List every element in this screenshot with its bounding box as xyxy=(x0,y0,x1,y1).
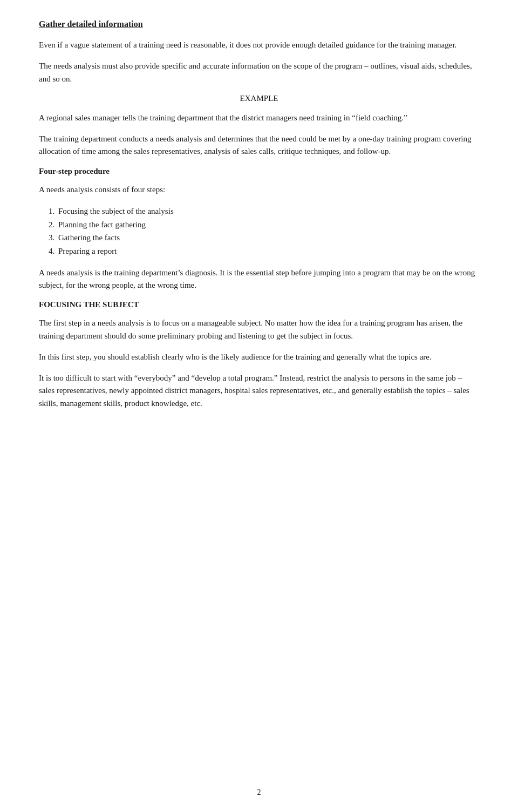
list-item-text: Planning the fact gathering xyxy=(58,220,146,229)
focusing-paragraph-3: It is too difficult to start with “every… xyxy=(39,372,479,410)
focusing-heading: FOCUSING THE SUBJECT xyxy=(39,300,479,309)
list-item-text: Gathering the facts xyxy=(58,233,120,242)
four-step-intro: A needs analysis consists of four steps: xyxy=(39,184,479,196)
focusing-paragraph-2: In this first step, you should establish… xyxy=(39,351,479,363)
list-number: 1. xyxy=(49,205,54,218)
page-title: Gather detailed information xyxy=(39,19,479,29)
example-paragraph-1: A regional sales manager tells the train… xyxy=(39,112,479,124)
list-item: 2. Planning the fact gathering xyxy=(39,218,479,232)
list-item: 1. Focusing the subject of the analysis xyxy=(39,205,479,218)
four-step-heading: Four-step procedure xyxy=(39,167,479,176)
list-item-text: Preparing a report xyxy=(58,247,117,255)
focusing-paragraph-1: The first step in a needs analysis is to… xyxy=(39,317,479,342)
diagnosis-paragraph: A needs analysis is the training departm… xyxy=(39,267,479,292)
page-number: 2 xyxy=(0,788,518,797)
list-number: 3. xyxy=(49,231,54,245)
steps-list: 1. Focusing the subject of the analysis … xyxy=(39,205,479,258)
list-number: 4. xyxy=(49,245,54,258)
list-item: 3. Gathering the facts xyxy=(39,231,479,245)
page-container: Gather detailed information Even if a va… xyxy=(0,0,518,812)
example-heading: EXAMPLE xyxy=(39,94,479,103)
intro-paragraph-1: Even if a vague statement of a training … xyxy=(39,39,479,51)
intro-paragraph-2: The needs analysis must also provide spe… xyxy=(39,60,479,85)
example-paragraph-2: The training department conducts a needs… xyxy=(39,133,479,158)
list-item-text: Focusing the subject of the analysis xyxy=(58,207,174,215)
list-item: 4. Preparing a report xyxy=(39,245,479,258)
list-number: 2. xyxy=(49,218,54,232)
